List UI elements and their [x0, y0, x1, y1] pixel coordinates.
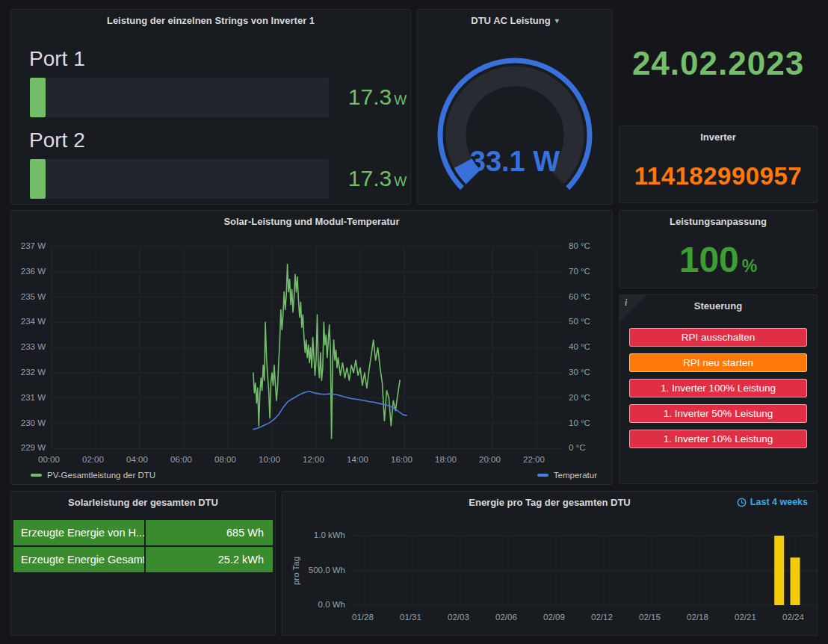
port2-value: 17.3W: [336, 166, 418, 191]
panel-leistungsanpassung: Leistungsanpassung 100%: [619, 210, 818, 288]
panel-strings: Leistung der einzelnen Strings von Inver…: [10, 9, 411, 205]
clock-icon: [737, 498, 747, 507]
port1-bar-gauge: [30, 78, 329, 117]
panel-date: 24.02.2023: [619, 9, 818, 120]
inverter-100-button[interactable]: 1. Inverter 100% Leistung: [629, 379, 807, 397]
bar-y-tick: 0.0 Wh: [303, 600, 345, 609]
y-tick-right: 60 °C: [569, 292, 590, 301]
x-tick: 14:00: [347, 455, 368, 464]
port2-bar-gauge: [30, 159, 329, 199]
inverter-50-button[interactable]: 1. Inverter 50% Leistung: [629, 404, 807, 423]
x-tick: 00:00: [38, 455, 60, 464]
panel-title: Steuerung: [620, 300, 817, 312]
rpi-ausschalten-button[interactable]: RPI ausschalten: [629, 328, 807, 347]
y-tick-left: 237 W: [16, 241, 46, 250]
y-tick-left: 231 W: [16, 393, 46, 402]
port1-label: Port 1: [29, 47, 85, 71]
y-tick-left: 234 W: [16, 317, 46, 326]
panel-title: Inverter: [620, 131, 817, 143]
y-tick-left: 235 W: [16, 292, 46, 301]
bar-x-tick: 02/06: [495, 613, 517, 622]
panel-title: Leistung der einzelnen Strings von Inver…: [11, 15, 410, 26]
x-tick: 08:00: [214, 455, 236, 464]
bar-x-tick: 02/03: [448, 613, 469, 622]
bar-y-tick: 1.0 kWh: [303, 530, 345, 539]
bar-x-tick: 01/28: [352, 613, 374, 622]
panel-solar-chart: Solar-Leistung und Modul-Temperatur 237 …: [10, 210, 613, 485]
x-tick: 18:00: [435, 455, 457, 464]
y-tick-left: 232 W: [16, 368, 46, 377]
port1-bar-fill: [30, 78, 46, 117]
inverter-serial: 114182990957: [620, 162, 817, 191]
table-cell-value: 25.2 kWh: [146, 547, 273, 572]
x-tick: 04:00: [126, 455, 148, 464]
timeseries-plot: [50, 242, 563, 456]
y-tick-right: 30 °C: [569, 368, 590, 377]
y-tick-left: 229 W: [16, 443, 46, 452]
x-tick: 06:00: [170, 455, 192, 464]
y-tick-left: 236 W: [16, 267, 46, 276]
bar-x-tick: 02/18: [687, 613, 708, 622]
x-tick: 10:00: [259, 455, 280, 464]
legend-item-temp[interactable]: Temperatur: [537, 471, 597, 480]
bar-x-tick: 02/12: [591, 613, 613, 622]
panel-title: Solar-Leistung und Modul-Temperatur: [11, 216, 612, 227]
gauge-chart: 33.1 W: [418, 31, 612, 204]
legend-item-pv[interactable]: PV-Gesamtleistung der DTU: [31, 471, 155, 480]
y-tick-right: 70 °C: [569, 267, 590, 276]
y-tick-right: 10 °C: [569, 418, 590, 427]
y-tick-right: 80 °C: [569, 241, 590, 250]
y-tick-right: 20 °C: [569, 393, 590, 402]
table-cell-label: Erzeugte Energie von H...: [13, 520, 144, 545]
port1-value: 17.3W: [336, 84, 418, 110]
energy-table: Erzeugte Energie von H... 685 Wh Erzeugt…: [13, 520, 273, 572]
panel-solar-table: Solarleistung der gesamten DTU Erzeugte …: [10, 491, 276, 636]
y-tick-left: 233 W: [16, 342, 46, 351]
svg-text:33.1 W: 33.1 W: [470, 146, 560, 177]
table-cell-value: 685 Wh: [146, 520, 273, 545]
bar-x-tick: 02/24: [782, 613, 804, 622]
chevron-down-icon: ▾: [555, 16, 559, 25]
port2-bar-fill: [30, 159, 46, 199]
x-tick: 22:00: [523, 455, 545, 464]
gauge-panel-title[interactable]: DTU AC Leistung▾: [418, 15, 612, 26]
bar-x-tick: 02/15: [639, 613, 661, 622]
time-range-control[interactable]: Last 4 weeks: [737, 497, 808, 507]
y-tick-right: 0 °C: [569, 443, 586, 452]
control-buttons: RPI ausschalten RPI neu starten 1. Inver…: [629, 328, 807, 448]
legend-dash-blue: [537, 474, 549, 477]
leistungsanpassung-value: 100%: [620, 239, 817, 280]
bar-x-tick: 01/31: [400, 613, 421, 622]
y-axis-title: pro Tag: [291, 548, 300, 593]
bar-x-tick: 02/09: [543, 613, 565, 622]
legend-dash-green: [31, 474, 42, 477]
panel-gauge: DTU AC Leistung▾ 33.1 W: [417, 9, 613, 205]
y-tick-right: 40 °C: [569, 342, 590, 351]
bar-y-tick: 500.0 Wh: [303, 566, 345, 575]
y-tick-right: 50 °C: [569, 317, 590, 326]
bar-plot: [350, 531, 817, 615]
inverter-10-button[interactable]: 1. Inverter 10% Leistung: [629, 430, 807, 448]
panel-energy-per-day: Energie pro Tag der gesamten DTU Last 4 …: [282, 491, 818, 636]
x-tick: 20:00: [479, 455, 501, 464]
x-tick: 12:00: [303, 455, 324, 464]
y-tick-left: 230 W: [16, 418, 46, 427]
table-cell-label: Erzeugte Energie Gesamt: [13, 547, 144, 572]
port2-label: Port 2: [29, 129, 85, 152]
panel-steuerung: i Steuerung RPI ausschalten RPI neu star…: [619, 294, 818, 484]
panel-title: Solarleistung der gesamten DTU: [11, 497, 275, 508]
bar-x-tick: 02/21: [735, 613, 756, 622]
rpi-neu-starten-button[interactable]: RPI neu starten: [629, 353, 807, 372]
x-tick: 16:00: [391, 455, 413, 464]
panel-title: Leistungsanpassung: [620, 216, 817, 227]
current-date: 24.02.2023: [619, 45, 818, 82]
panel-inverter: Inverter 114182990957: [619, 126, 818, 203]
x-tick: 02:00: [82, 455, 104, 464]
